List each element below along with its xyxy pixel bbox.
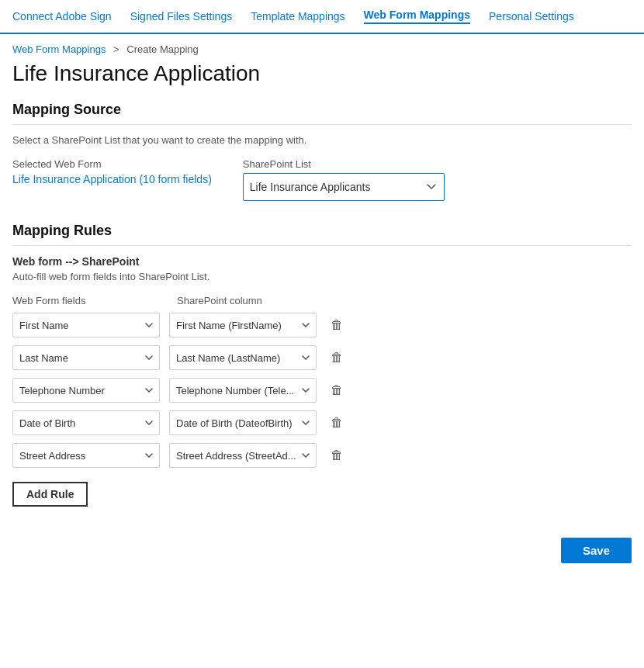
- sharepoint-list-label: SharePoint List: [243, 158, 445, 170]
- nav-template-mappings[interactable]: Template Mappings: [251, 10, 345, 22]
- sharepoint-list-col: SharePoint List Life Insurance Applicant…: [243, 158, 445, 201]
- table-row: Street Address Street Address (StreetAd.…: [12, 443, 632, 468]
- delete-rule-button-2[interactable]: 🗑: [326, 348, 348, 368]
- nav-signed-files-settings[interactable]: Signed Files Settings: [130, 10, 233, 22]
- add-rule-button[interactable]: Add Rule: [12, 482, 88, 507]
- delete-rule-button-4[interactable]: 🗑: [326, 413, 348, 433]
- table-row: Date of Birth Date of Birth (DateofBirth…: [12, 410, 632, 435]
- sharepoint-column-select-1[interactable]: First Name (FirstName): [169, 313, 317, 337]
- mapping-rules-section: Mapping Rules Web form --> SharePoint Au…: [0, 223, 644, 522]
- top-nav: Connect Adobe Sign Signed Files Settings…: [0, 0, 644, 34]
- breadcrumb-current: Create Mapping: [126, 43, 199, 55]
- mapping-rules-title: Mapping Rules: [12, 223, 632, 246]
- sharepoint-column-select-2[interactable]: Last Name (LastName): [169, 345, 317, 370]
- web-form-col: Selected Web Form Life Insurance Applica…: [12, 158, 212, 185]
- table-row: Telephone Number Telephone Number (Tele.…: [12, 378, 632, 403]
- mapping-source-subtitle: Select a SharePoint List that you want t…: [12, 134, 632, 146]
- mapping-direction-label: Web form --> SharePoint: [12, 255, 632, 268]
- mapping-header-row: Web Form fields SharePoint column: [12, 295, 632, 306]
- web-form-fields-header: Web Form fields: [12, 295, 168, 306]
- mapping-source-section: Mapping Source Select a SharePoint List …: [0, 102, 644, 223]
- breadcrumb-separator: >: [113, 43, 119, 55]
- delete-rule-button-1[interactable]: 🗑: [326, 315, 348, 335]
- table-row: Last Name Last Name (LastName) 🗑: [12, 345, 632, 370]
- mapping-source-title: Mapping Source: [12, 102, 632, 125]
- footer-actions: Save: [0, 522, 644, 579]
- sharepoint-column-header: SharePoint column: [177, 295, 332, 306]
- table-row: First Name First Name (FirstName) 🗑: [12, 313, 632, 337]
- nav-personal-settings[interactable]: Personal Settings: [489, 10, 574, 22]
- sharepoint-column-select-4[interactable]: Date of Birth (DateofBirth): [169, 410, 317, 435]
- web-form-field-select-2[interactable]: Last Name: [12, 345, 160, 370]
- trash-icon: 🗑: [331, 351, 343, 365]
- trash-icon: 🗑: [331, 383, 343, 397]
- delete-rule-button-3[interactable]: 🗑: [326, 380, 348, 400]
- web-form-field-select-4[interactable]: Date of Birth: [12, 410, 160, 435]
- web-form-link[interactable]: Life Insurance Application (10 form fiel…: [12, 173, 212, 185]
- trash-icon: 🗑: [331, 318, 343, 332]
- delete-rule-button-5[interactable]: 🗑: [326, 445, 348, 466]
- selected-web-form-label: Selected Web Form: [12, 158, 212, 170]
- breadcrumb-parent[interactable]: Web Form Mappings: [12, 43, 106, 55]
- web-form-field-select-3[interactable]: Telephone Number: [12, 378, 160, 403]
- sharepoint-column-select-5[interactable]: Street Address (StreetAd...: [169, 443, 317, 468]
- sharepoint-column-select-3[interactable]: Telephone Number (Tele...: [169, 378, 317, 403]
- mapping-source-row: Selected Web Form Life Insurance Applica…: [12, 158, 632, 201]
- nav-web-form-mappings[interactable]: Web Form Mappings: [364, 9, 470, 24]
- page-title: Life Insurance Application: [0, 58, 644, 102]
- trash-icon: 🗑: [331, 416, 343, 430]
- web-form-field-select-1[interactable]: First Name: [12, 313, 160, 337]
- save-button[interactable]: Save: [561, 538, 632, 563]
- mapping-table: Web Form fields SharePoint column First …: [12, 295, 632, 468]
- trash-icon: 🗑: [331, 448, 343, 462]
- auto-fill-label: Auto-fill web form fields into SharePoin…: [12, 271, 632, 282]
- web-form-field-select-5[interactable]: Street Address: [12, 443, 160, 468]
- breadcrumb: Web Form Mappings > Create Mapping: [0, 34, 644, 58]
- sharepoint-list-dropdown[interactable]: Life Insurance Applicants: [243, 173, 445, 201]
- nav-connect-adobe-sign[interactable]: Connect Adobe Sign: [12, 10, 112, 22]
